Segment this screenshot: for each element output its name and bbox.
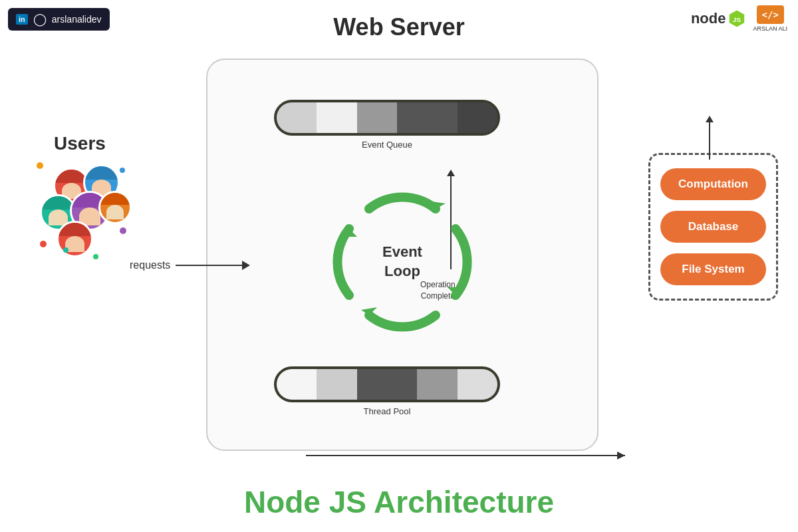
thread-pool-label: Thread Pool [274,406,500,416]
event-queue-bar [274,100,500,136]
svg-marker-7 [617,452,625,460]
dot-6 [63,247,68,253]
right-box-arrow-line [709,122,710,160]
database-btn: Database [660,211,766,243]
arrow-up-head [447,170,455,176]
dot-1 [37,162,43,169]
event-loop-text: Event Loop [382,243,422,281]
event-queue-label: Event Queue [274,140,500,150]
queue-seg-1 [277,102,317,133]
computation-btn: Computation [660,168,766,200]
dot-4 [120,168,125,173]
right-box-arrow-head [706,116,714,122]
event-queue-wrapper: Event Queue [274,100,500,150]
thread-to-right-arrow-svg [306,449,635,462]
bottom-title: Node JS Architecture [0,484,798,520]
avatar-5 [98,191,132,224]
right-box-up-arrow [706,116,714,160]
queue-seg-5 [458,102,497,133]
dot-5 [120,227,126,234]
web-server-container: Event Queue Operation Complete [206,59,598,451]
users-section: Users [20,133,140,254]
requests-text: requests [130,259,170,271]
avatars-cluster [27,161,133,254]
file-system-btn: File System [660,253,766,285]
event-loop-container: Event Loop [329,189,475,335]
request-arrow-head [242,261,250,270]
avatar-6 [57,221,93,257]
main-title: Web Server [0,13,798,41]
users-label: Users [20,133,140,154]
dot-2 [93,254,98,259]
right-box: Computation Database File System [648,153,778,301]
event-loop-arrows: Event Loop [329,189,475,335]
thread-pool-wrapper: Thread Pool [274,366,500,416]
request-arrow-line [176,265,242,266]
thread-seg-3 [357,369,418,400]
queue-seg-3 [357,102,397,133]
thread-seg-5 [458,369,497,400]
request-arrow: requests [130,259,250,271]
thread-seg-1 [277,369,317,400]
queue-seg-4 [397,102,458,133]
thread-seg-2 [317,369,356,400]
thread-pool-bar [274,366,500,402]
queue-seg-2 [317,102,356,133]
dot-3 [40,241,47,247]
thread-seg-4 [417,369,457,400]
